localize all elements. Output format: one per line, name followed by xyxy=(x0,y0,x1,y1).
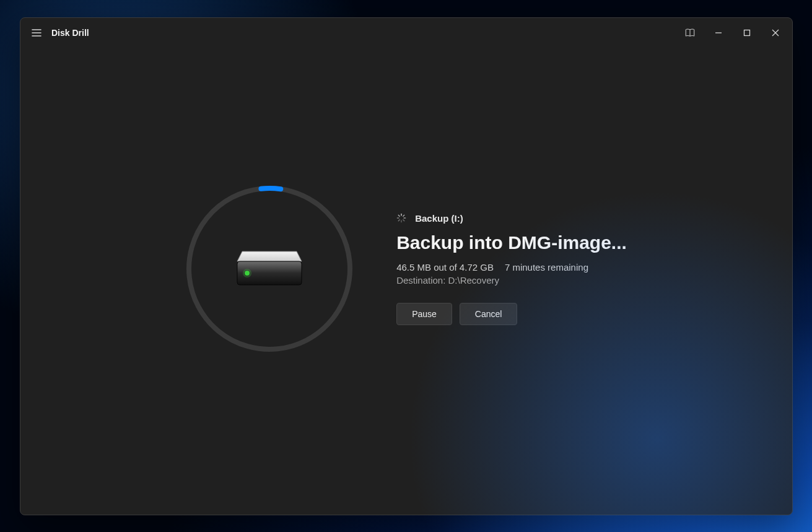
docs-button[interactable] xyxy=(676,18,704,48)
svg-marker-9 xyxy=(237,251,302,261)
svg-point-11 xyxy=(245,271,250,276)
progress-eta: 7 minutes remaining xyxy=(505,262,588,273)
backup-headline: Backup into DMG-image... xyxy=(396,232,627,253)
svg-line-17 xyxy=(398,215,399,216)
minimize-button[interactable] xyxy=(704,18,733,48)
hard-drive-icon xyxy=(186,185,353,352)
maximize-button[interactable] xyxy=(733,18,761,48)
svg-line-18 xyxy=(403,220,404,221)
progress-text-row: 46.5 MB out of 4.72 GB 7 minutes remaini… xyxy=(396,262,627,273)
app-title: Disk Drill xyxy=(51,28,89,38)
destination-text: Destination: D:\Recovery xyxy=(396,275,499,286)
backup-info-panel: Backup (I:) Backup into DMG-image... 46.… xyxy=(396,213,627,325)
destination-row: Destination: D:\Recovery xyxy=(396,275,627,286)
status-row: Backup (I:) xyxy=(396,213,627,224)
menu-button[interactable] xyxy=(27,23,46,43)
cancel-button[interactable]: Cancel xyxy=(460,303,518,325)
progress-amount: 46.5 MB out of 4.72 GB xyxy=(396,262,494,273)
app-window: Disk Drill xyxy=(20,17,793,515)
drive-label: Backup (I:) xyxy=(415,213,463,224)
desktop-background: Disk Drill xyxy=(0,0,812,532)
close-button[interactable] xyxy=(761,18,790,48)
svg-line-19 xyxy=(398,220,399,221)
close-icon xyxy=(772,29,779,37)
maximize-icon xyxy=(743,29,751,37)
titlebar: Disk Drill xyxy=(20,18,792,48)
action-buttons: Pause Cancel xyxy=(396,303,627,325)
hamburger-icon xyxy=(32,28,41,37)
titlebar-right-group xyxy=(676,18,790,48)
minimize-icon xyxy=(715,29,722,37)
main-content: Backup (I:) Backup into DMG-image... 46.… xyxy=(20,48,792,515)
svg-line-20 xyxy=(403,215,404,216)
book-icon xyxy=(684,27,696,38)
progress-circle xyxy=(186,185,353,352)
svg-rect-4 xyxy=(744,30,750,36)
pause-button[interactable]: Pause xyxy=(396,303,452,325)
spinner-icon xyxy=(396,213,406,223)
